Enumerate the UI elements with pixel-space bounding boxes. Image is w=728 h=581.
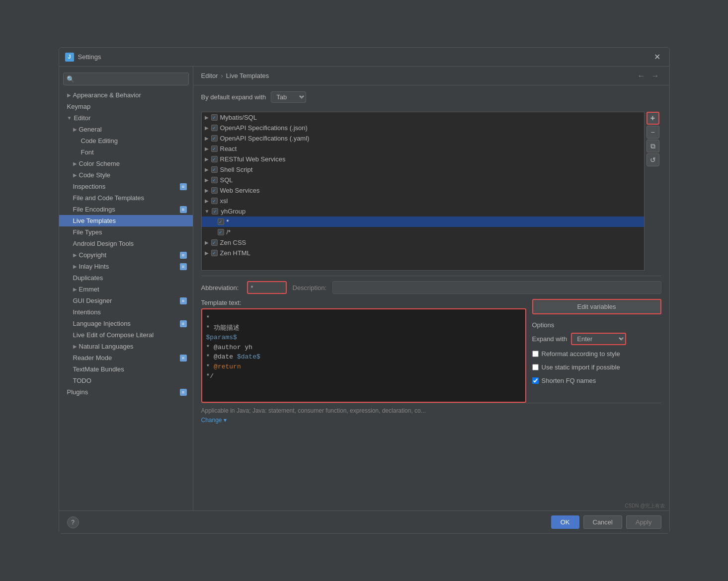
add-template-button[interactable]: + — [647, 112, 659, 125]
sidebar-item-reader-mode[interactable]: Reader Mode ≡ — [59, 352, 193, 363]
template-group-react[interactable]: ▶ React — [202, 144, 644, 154]
group-checkbox[interactable] — [211, 125, 218, 131]
sidebar-item-keymap[interactable]: Keymap — [59, 101, 193, 112]
sidebar-item-copyright[interactable]: ▶ Copyright ≡ — [59, 249, 193, 261]
sidebar-item-todo[interactable]: TODO — [59, 375, 193, 386]
reformat-checkbox[interactable] — [532, 351, 539, 357]
description-label: Description: — [293, 284, 327, 291]
group-checkbox[interactable] — [211, 187, 218, 194]
expand-with-select[interactable]: Tab Enter Space Default (Tab) — [571, 333, 626, 345]
sidebar-item-gui-designer[interactable]: GUI Designer ≡ — [59, 295, 193, 306]
sidebar-item-appearance[interactable]: ▶ Appearance & Behavior — [59, 89, 193, 101]
sidebar-item-editor[interactable]: ▼ Editor — [59, 112, 193, 124]
sidebar-item-label: TextMate Bundles — [73, 365, 124, 373]
sidebar-item-general[interactable]: ▶ General — [59, 124, 193, 135]
template-group-zen-html[interactable]: ▶ Zen HTML — [202, 248, 644, 258]
expand-with-row: Expand with Tab Enter Space Default (Tab… — [532, 333, 661, 345]
sidebar-item-label: Android Design Tools — [73, 240, 134, 247]
item-checkbox-star[interactable] — [218, 218, 224, 225]
sidebar-item-emmet[interactable]: ▶ Emmet — [59, 284, 193, 295]
group-checkbox[interactable] — [211, 198, 218, 204]
sidebar-item-textmate[interactable]: TextMate Bundles — [59, 363, 193, 375]
group-checkbox-mybatis[interactable] — [211, 114, 218, 121]
help-button[interactable]: ? — [67, 516, 79, 528]
sidebar-item-inspections[interactable]: Inspections ≡ — [59, 181, 193, 192]
ok-button[interactable]: OK — [551, 515, 579, 529]
group-checkbox[interactable] — [211, 156, 218, 162]
edit-variables-button[interactable]: Edit variables — [532, 299, 661, 314]
sidebar-item-live-edit[interactable]: Live Edit of Compose Literal — [59, 329, 193, 341]
sidebar-item-plugins[interactable]: Plugins ≡ — [59, 386, 193, 398]
sidebar-item-font[interactable]: Font — [59, 146, 193, 158]
item-checkbox-slash-star[interactable] — [218, 229, 224, 235]
template-group-shell[interactable]: ▶ Shell Script — [202, 164, 644, 175]
shorten-fq-checkbox[interactable] — [532, 377, 539, 384]
copy-template-button[interactable]: ⧉ — [647, 140, 659, 152]
chevron-icon: ▶ — [73, 127, 77, 132]
template-item-slash-star[interactable]: /* — [202, 227, 644, 237]
remove-template-button[interactable]: − — [647, 126, 659, 139]
chevron-icon: ▶ — [73, 287, 77, 292]
details-section: Abbreviation: Description: Template text… — [201, 276, 661, 424]
chevron-icon: ▶ — [205, 188, 209, 193]
sidebar-item-file-types[interactable]: File Types — [59, 226, 193, 238]
group-checkbox[interactable] — [211, 239, 218, 246]
group-checkbox[interactable] — [211, 177, 218, 183]
static-import-checkbox[interactable] — [532, 364, 539, 370]
sidebar-item-file-encodings[interactable]: File Encodings ≡ — [59, 204, 193, 215]
expand-select[interactable]: Tab Enter Space — [271, 91, 306, 103]
template-text-display[interactable]: * * 功能描述 $params$ * @author yh * @date $… — [201, 308, 526, 403]
template-text-label: Template text: — [201, 299, 526, 306]
template-group-openapi-yaml[interactable]: ▶ OpenAPI Specifications (.yaml) — [202, 133, 644, 144]
change-link[interactable]: Change ▾ — [201, 417, 227, 424]
template-group-zen-css[interactable]: ▶ Zen CSS — [202, 237, 644, 248]
group-label: OpenAPI Specifications (.json) — [220, 124, 308, 132]
group-checkbox[interactable] — [211, 145, 218, 152]
template-text-wrap: Template text: * * 功能描述 $params$ * @auth… — [201, 299, 526, 403]
sidebar-item-label: Reader Mode — [73, 354, 112, 362]
sidebar-item-intentions[interactable]: Intentions — [59, 306, 193, 318]
static-import-label[interactable]: Use static import if possible — [542, 363, 620, 371]
template-group-web[interactable]: ▶ Web Services — [202, 185, 644, 196]
restore-template-button[interactable]: ↺ — [647, 153, 659, 166]
sidebar-item-label: Keymap — [67, 103, 91, 110]
search-input[interactable] — [77, 75, 185, 82]
close-button[interactable]: ✕ — [651, 50, 663, 64]
abbreviation-input[interactable] — [247, 281, 287, 294]
template-group-restful[interactable]: ▶ RESTful Web Services — [202, 154, 644, 164]
code-line-5: * @date $date$ — [206, 352, 521, 362]
sidebar-item-natural-languages[interactable]: ▶ Natural Languages — [59, 341, 193, 352]
sidebar-item-inlay-hints[interactable]: ▶ Inlay Hints ≡ — [59, 261, 193, 272]
sidebar-item-label: Duplicates — [73, 274, 103, 282]
template-group-yhgroup[interactable]: ▼ yhGroup — [202, 206, 644, 217]
sidebar-item-code-editing[interactable]: Code Editing — [59, 135, 193, 146]
forward-button[interactable]: → — [649, 71, 661, 81]
sidebar-item-color-scheme[interactable]: ▶ Color Scheme — [59, 158, 193, 169]
group-checkbox[interactable] — [211, 250, 218, 256]
description-input[interactable] — [332, 281, 661, 294]
templates-list: ▶ Mybatis/SQL ▶ OpenAPI Specifications (… — [201, 112, 645, 271]
cancel-button[interactable]: Cancel — [583, 515, 622, 529]
template-group-xsl[interactable]: ▶ xsl — [202, 196, 644, 206]
template-item-star[interactable]: * — [202, 217, 644, 227]
template-group-openapi-json[interactable]: ▶ OpenAPI Specifications (.json) — [202, 123, 644, 133]
group-checkbox[interactable] — [211, 166, 218, 173]
template-group-mybatis[interactable]: ▶ Mybatis/SQL — [202, 112, 644, 123]
sidebar-item-live-templates[interactable]: Live Templates — [59, 215, 193, 226]
shorten-fq-label[interactable]: Shorten FQ names — [542, 377, 596, 384]
apply-button[interactable]: Apply — [626, 515, 661, 529]
back-button[interactable]: ← — [636, 71, 647, 81]
group-checkbox-yhgroup[interactable] — [212, 208, 218, 215]
sidebar-item-file-code-templates[interactable]: File and Code Templates — [59, 192, 193, 204]
sidebar-item-code-style[interactable]: ▶ Code Style — [59, 169, 193, 181]
sidebar-item-label: Intentions — [73, 308, 101, 316]
reformat-label[interactable]: Reformat according to style — [542, 350, 620, 358]
applicable-section: Applicable in Java; Java: statement, con… — [201, 403, 661, 424]
search-bar[interactable]: 🔍 — [63, 73, 189, 85]
group-checkbox[interactable] — [211, 135, 218, 142]
template-group-sql[interactable]: ▶ SQL — [202, 175, 644, 185]
static-import-check-row: Use static import if possible — [532, 363, 661, 372]
sidebar-item-android[interactable]: Android Design Tools — [59, 238, 193, 249]
sidebar-item-duplicates[interactable]: Duplicates — [59, 272, 193, 284]
sidebar-item-language-injections[interactable]: Language Injections ≡ — [59, 318, 193, 329]
